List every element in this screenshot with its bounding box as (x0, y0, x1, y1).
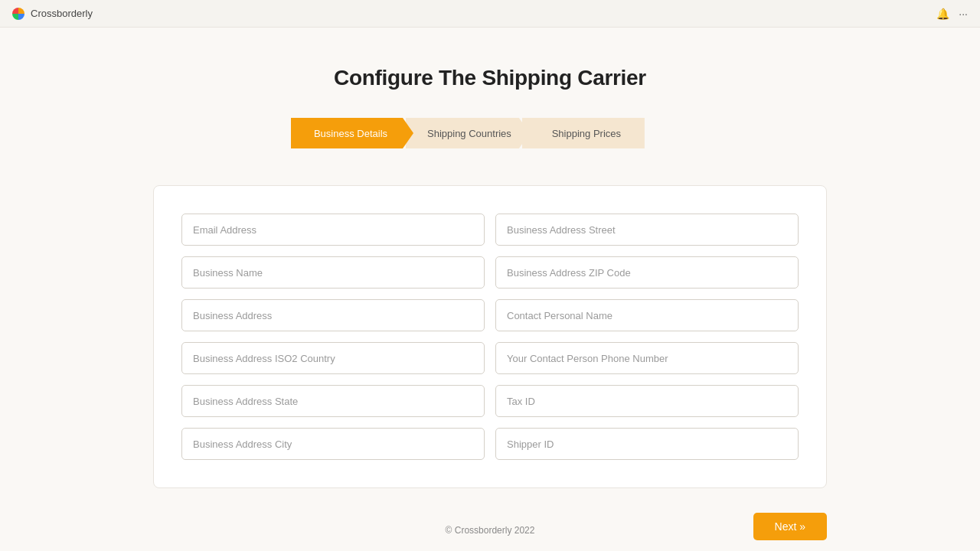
shipper-id-input[interactable] (495, 428, 799, 460)
topbar-right: 🔔 ··· (936, 8, 968, 20)
tax-id-input[interactable] (495, 385, 799, 417)
footer: © Crossborderly 2022 (0, 525, 980, 536)
email-address-input[interactable] (181, 214, 485, 246)
app-name: Crossborderly (31, 8, 93, 19)
business-address-city-input[interactable] (181, 428, 485, 460)
business-name-input[interactable] (181, 256, 485, 289)
step-shipping-countries[interactable]: Shipping Countries (406, 118, 530, 148)
footer-text: © Crossborderly 2022 (446, 525, 535, 536)
step-business-details[interactable]: Business Details (291, 118, 413, 148)
page-title: Configure The Shipping Carrier (334, 66, 646, 90)
main-content: Configure The Shipping Carrier Business … (0, 28, 980, 551)
business-address-state-input[interactable] (181, 385, 485, 417)
step-shipping-prices[interactable]: Shipping Prices (522, 118, 645, 148)
business-address-street-input[interactable] (495, 214, 799, 246)
form-grid (181, 214, 799, 460)
business-address-iso2-country-input[interactable] (181, 342, 485, 374)
steps-container: Business Details Shipping Countries Ship… (291, 118, 689, 148)
form-card (153, 185, 827, 488)
more-icon[interactable]: ··· (959, 8, 968, 20)
business-address-input[interactable] (181, 299, 485, 331)
contact-personal-name-input[interactable] (495, 299, 799, 331)
business-address-zip-input[interactable] (495, 256, 799, 289)
topbar: Crossborderly 🔔 ··· (0, 0, 980, 28)
app-logo (12, 8, 24, 20)
bell-icon[interactable]: 🔔 (936, 8, 949, 20)
contact-phone-number-input[interactable] (495, 342, 799, 374)
topbar-left: Crossborderly (12, 8, 93, 20)
